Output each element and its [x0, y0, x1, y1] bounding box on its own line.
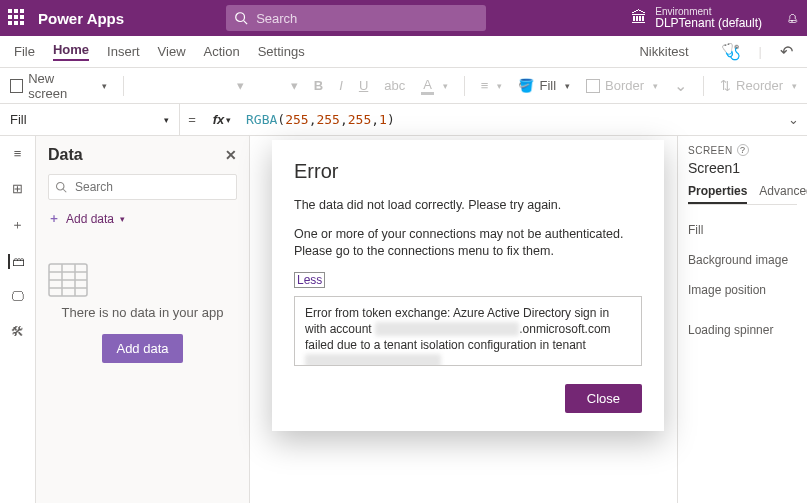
dialog-message-1: The data did not load correctly. Please …	[294, 197, 642, 214]
redacted-account: xxxxxxxxxxxxx@xxxxxxxxx	[375, 322, 519, 336]
redacted-tenant: xxxxxxxx-xxxx-xxxx-xxxx-	[305, 354, 441, 365]
toggle-details-link[interactable]: Less	[294, 272, 325, 288]
dialog-message-2: One or more of your connections may not …	[294, 226, 642, 260]
dialog-title: Error	[294, 160, 642, 183]
error-dialog: Error The data did not load correctly. P…	[272, 140, 664, 431]
close-button[interactable]: Close	[565, 384, 642, 413]
error-details-box[interactable]: Error from token exchange: Azure Active …	[294, 296, 642, 366]
modal-overlay: Error The data did not load correctly. P…	[0, 0, 807, 503]
